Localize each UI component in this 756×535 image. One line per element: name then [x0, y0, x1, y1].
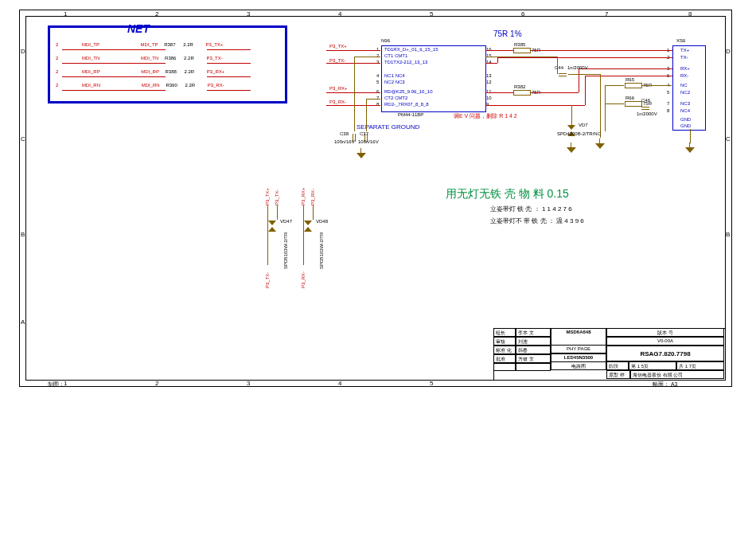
net-label: P3_RX-	[329, 100, 346, 104]
conn-pin: TX+	[680, 48, 689, 53]
net-label: P3_TX+	[329, 44, 347, 49]
wire	[485, 50, 513, 51]
pin-num: 14	[486, 60, 492, 64]
grid-col: 4	[338, 10, 341, 18]
ref: C38	[340, 131, 349, 136]
ic-pin: TD1RX_D+_01_6_15_15	[384, 47, 438, 52]
net-label: P3_TX-	[265, 272, 270, 288]
tb-cell: 批准	[493, 354, 516, 363]
grid-row: B	[726, 231, 730, 238]
wire	[62, 90, 166, 91]
pin-num: 4	[376, 73, 379, 78]
val: 1n/2000V	[637, 111, 657, 116]
wire	[354, 57, 380, 57]
ref: R65	[625, 77, 634, 82]
heading-75r: 75R 1%	[493, 29, 522, 38]
resistor	[513, 48, 531, 53]
wire	[585, 76, 672, 76]
grid-col: 5	[430, 380, 433, 387]
wire	[531, 92, 579, 93]
wire	[326, 63, 380, 64]
tb-cell: 韩春	[516, 346, 551, 354]
pin-num: 3	[376, 60, 379, 64]
val: 1n/2000V	[567, 65, 588, 70]
pin-num: 16	[486, 47, 492, 52]
net-label: P3_TX+	[265, 188, 270, 205]
gnd-icon	[357, 153, 366, 159]
gnd-icon	[685, 147, 695, 154]
grid-row: D	[21, 48, 25, 55]
grid-col: 6	[521, 10, 524, 18]
tvs-diode	[268, 221, 276, 232]
tb-cell: LED45N3500	[551, 353, 606, 362]
ref: R66	[625, 96, 634, 100]
pin-num: 10	[486, 96, 492, 100]
tb-cell: 海信电器股份 有限 公司	[630, 370, 724, 379]
sub-note: 立姿带灯 铁 壳 ： 1 1 4 2 7 6	[490, 205, 572, 213]
wire	[207, 63, 251, 64]
conn-pin: NC2	[680, 90, 690, 95]
net-label: P3_TX-	[275, 189, 279, 205]
tb-cell	[516, 363, 551, 371]
wire	[366, 99, 380, 100]
tb-cell: 标准 化	[493, 346, 516, 354]
pin-num: 13	[486, 73, 492, 78]
sub-note: 立姿带灯不 带 铁 壳 ： 温 4 3 9 6	[490, 217, 584, 225]
conn-pin: NC	[680, 83, 688, 88]
net-row: 2 MDI_RP MDI_RP R388 2.2R P3_RX+	[56, 69, 279, 74]
grid-col: 2	[155, 380, 158, 387]
conn-ref: XS6	[676, 38, 685, 43]
wire	[585, 76, 586, 105]
wire	[571, 105, 572, 125]
wire	[326, 50, 380, 51]
tb-cell: V0-00A	[606, 337, 724, 346]
ic-pin: CT2 CMT2	[384, 96, 407, 100]
val: 100n/16V	[334, 139, 355, 144]
wire	[531, 50, 672, 51]
wire	[497, 57, 672, 58]
wire	[326, 105, 380, 106]
net-label: P3_RX-	[301, 271, 306, 288]
wire	[485, 105, 585, 106]
wire	[497, 57, 498, 63]
conn-pin: RX+	[680, 66, 690, 71]
wire	[277, 205, 278, 220]
gnd-icon	[567, 147, 576, 154]
tb-cell: 刘连	[516, 337, 551, 346]
net-label: P3_RX+	[329, 86, 348, 91]
wire	[354, 57, 355, 131]
conn-pin: GND	[680, 123, 691, 128]
tb-cell: 阶段	[606, 361, 629, 370]
wire	[579, 68, 672, 69]
ref: R385	[514, 42, 525, 47]
ref: C37	[360, 131, 368, 136]
schematic-sheet: 1 2 3 4 5 6 7 8 1 2 3 4 5 D C B A D C B …	[0, 0, 756, 535]
ic-pin: NC2 NC3	[384, 80, 405, 84]
wire	[579, 68, 579, 92]
tvs-diode	[304, 221, 312, 232]
wire	[690, 129, 691, 143]
grid-col: 3	[247, 10, 250, 18]
net-label: P3_RX-	[310, 189, 315, 205]
net-label: P3_RX+	[301, 187, 306, 205]
red-note: 调E V 问题，删除 R 1 4 2	[454, 112, 517, 120]
wire	[207, 49, 251, 50]
grid-row: C	[726, 135, 731, 143]
wire	[568, 74, 600, 75]
conn-pin: NC4	[680, 108, 690, 113]
wire	[600, 74, 601, 138]
grid-row: C	[21, 135, 25, 143]
gnd-icon	[595, 143, 605, 150]
pin-num: 8	[667, 108, 669, 113]
resistor	[625, 83, 642, 88]
tb-cell: 第 1 5页	[629, 361, 676, 370]
grid-row: D	[726, 48, 731, 55]
wire	[605, 85, 606, 131]
ic-pin: RD2-_7RX07_8_8_8	[384, 102, 429, 107]
grid-col: 2	[155, 10, 158, 18]
ref: C44	[555, 65, 563, 70]
ref: R382	[514, 84, 525, 89]
tb-cell: RSAG7.820.7798	[606, 346, 724, 361]
ref: VD47	[280, 219, 292, 224]
tb-cell: 版本 号	[606, 328, 724, 337]
